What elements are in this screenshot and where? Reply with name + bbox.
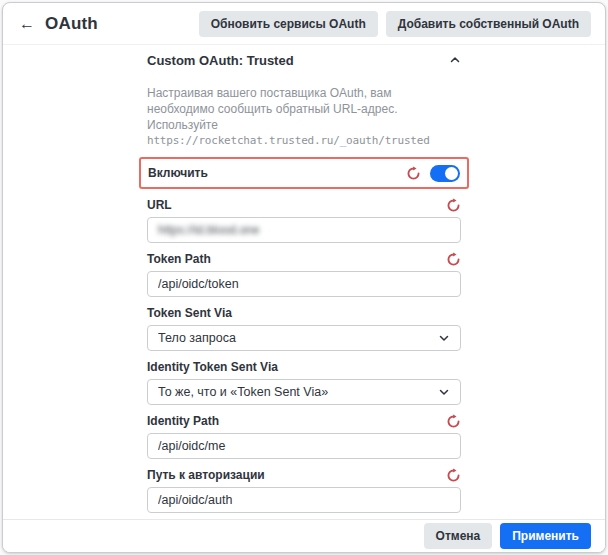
url-value-blurred: https://id.blood.one (158, 223, 259, 237)
field-token-sent-via: Token Sent Via Тело запроса (147, 305, 461, 351)
header-actions: Обновить сервисы OAuth Добавить собствен… (199, 11, 591, 37)
cancel-button[interactable]: Отмена (424, 523, 493, 549)
authorize-path-input[interactable] (147, 487, 461, 513)
identity-token-sent-via-select[interactable]: То же, что и «Token Sent Via» (147, 379, 461, 405)
settings-scroll-area[interactable]: Custom OAuth: Trusted Настраивая вашего … (3, 45, 605, 519)
page-header: ← OAuth Обновить сервисы OAuth Добавить … (3, 3, 605, 45)
field-authorize-path: Путь к авторизации (147, 467, 461, 513)
url-label: URL (147, 198, 172, 212)
chevron-up-icon[interactable] (449, 54, 461, 66)
reset-icon[interactable] (446, 198, 461, 213)
token-sent-via-label: Token Sent Via (147, 306, 232, 320)
section-title: Custom OAuth: Trusted (147, 53, 294, 68)
field-identity-path: Identity Path (147, 413, 461, 459)
add-custom-oauth-button[interactable]: Добавить собственный OAuth (386, 11, 591, 37)
reset-icon[interactable] (446, 468, 461, 483)
field-identity-token-sent-via: Identity Token Sent Via То же, что и «To… (147, 359, 461, 405)
field-url: URL https://id.blood.one (147, 197, 461, 243)
refresh-oauth-services-button[interactable]: Обновить сервисы OAuth (199, 11, 378, 37)
callback-url: https://rocketchat.trusted.ru/_oauth/tru… (147, 133, 461, 149)
url-input[interactable]: https://id.blood.one (147, 217, 461, 243)
apply-button[interactable]: Применить (500, 523, 591, 549)
settings-column: Custom OAuth: Trusted Настраивая вашего … (147, 45, 461, 519)
selected-value: То же, что и «Token Sent Via» (158, 385, 328, 399)
chevron-down-icon (438, 386, 450, 398)
identity-path-input[interactable] (147, 433, 461, 459)
settings-footer: Отмена Применить (3, 519, 605, 552)
back-icon[interactable]: ← (19, 16, 35, 32)
reset-icon[interactable] (406, 166, 421, 181)
page-title: OAuth (45, 14, 98, 34)
field-token-path: Token Path (147, 251, 461, 297)
oauth-settings-window: ← OAuth Обновить сервисы OAuth Добавить … (2, 2, 606, 553)
identity-path-label: Identity Path (147, 414, 219, 428)
reset-icon[interactable] (446, 252, 461, 267)
description-text: Настраивая вашего поставщика OAuth, вам … (147, 86, 397, 132)
identity-token-sent-via-label: Identity Token Sent Via (147, 360, 278, 374)
enable-setting-row: Включить (139, 157, 469, 189)
reset-icon[interactable] (446, 414, 461, 429)
toggle-knob (445, 167, 458, 180)
enable-label: Включить (148, 166, 208, 180)
token-path-input[interactable] (147, 271, 461, 297)
token-sent-via-select[interactable]: Тело запроса (147, 325, 461, 351)
enable-toggle[interactable] (430, 165, 460, 182)
token-path-label: Token Path (147, 252, 211, 266)
selected-value: Тело запроса (158, 331, 236, 345)
authorize-path-label: Путь к авторизации (147, 468, 265, 482)
section-description: Настраивая вашего поставщика OAuth, вам … (147, 85, 461, 149)
chevron-down-icon (438, 332, 450, 344)
accordion-custom-oauth-trusted[interactable]: Custom OAuth: Trusted (147, 51, 461, 69)
